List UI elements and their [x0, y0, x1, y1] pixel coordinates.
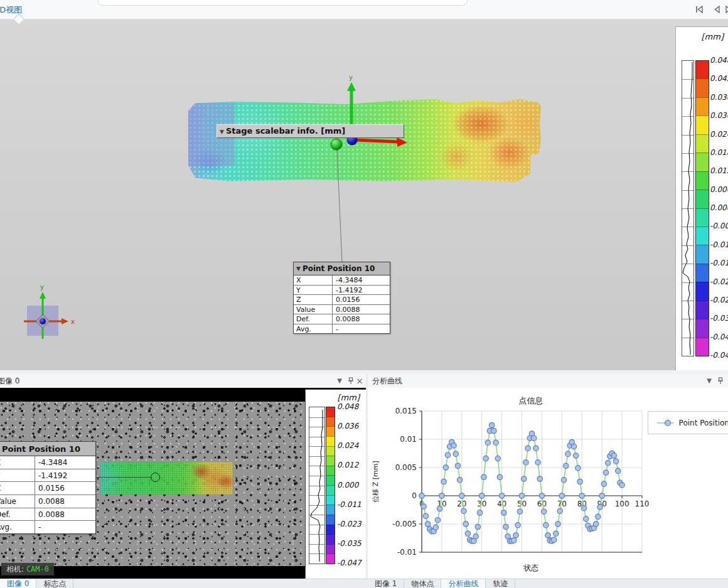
point-table-row-value: -4.3484 — [333, 275, 365, 285]
tab-物体点[interactable]: 物体点 — [404, 579, 441, 588]
colorbar-tick-labels: 0.0480.0420.0360.0300.0240.0180.0120.006… — [710, 60, 728, 355]
y-axis-arrowhead — [347, 82, 356, 91]
tab-图像 0[interactable]: 图像 0 — [0, 579, 36, 588]
svg-text:0: 0 — [412, 491, 417, 500]
colorbar-tick-label: 0.024 — [337, 441, 358, 450]
tab-标志点[interactable]: 标志点 — [36, 579, 73, 588]
colorbar-segment — [696, 338, 709, 356]
deviation-histogram — [682, 60, 694, 356]
chevron-down-icon[interactable]: ▼ — [335, 374, 345, 388]
legend-marker — [656, 419, 674, 427]
colorbar-segment — [326, 466, 335, 476]
point-table-row-label: Def. — [294, 314, 333, 324]
colorbar-segment — [326, 436, 335, 446]
colorbar-tick-label: -0.023 — [710, 277, 728, 286]
point-table-row-value: -1.4192 — [333, 286, 365, 295]
point-position-table-image[interactable]: ▼ Point Position 10 X-4.3484Y-1.4192Z0.0… — [0, 441, 96, 534]
svg-text:40: 40 — [497, 500, 506, 508]
next-stage-button[interactable] — [723, 4, 728, 14]
colorbar-segment — [696, 190, 709, 208]
chart-legend[interactable]: Point Position 10 — [648, 411, 728, 434]
deviation-histogram — [309, 407, 325, 564]
colorbar-panel-image[interactable]: [mm] 0.0480.0360.0240.0120.000-0.011-0.0… — [305, 389, 366, 579]
gizmo-plane — [27, 306, 58, 336]
colorbar-segment — [326, 495, 335, 505]
point-table-header: ▼ Point Position 10 — [0, 442, 95, 456]
curves-panel-header[interactable]: 分析曲线 ▼ — [368, 374, 728, 388]
point-table-row-value: 0.0088 — [333, 305, 363, 314]
colorbar-segment — [696, 245, 709, 263]
colorbar-segment — [326, 485, 335, 495]
3d-viewport[interactable]: y y x ▼Stage scalebar info. [mm] ▼ — [0, 19, 728, 370]
point-table-row-label: Avg. — [294, 324, 333, 334]
point-table-row-label: Value — [294, 305, 333, 314]
colorbar-segment — [326, 544, 335, 554]
gizmo-x-label: x — [71, 318, 75, 325]
measure-point-marker[interactable] — [151, 473, 160, 482]
previous-stage-button[interactable] — [712, 4, 723, 14]
specimen-heatmap-surface[interactable] — [188, 99, 541, 182]
colorbar-segment — [326, 426, 335, 436]
gizmo-y-arrowhead — [40, 292, 46, 299]
gizmo-y-label: y — [40, 284, 44, 291]
gizmo-center-diamond — [36, 314, 50, 328]
tab-图像 1[interactable]: 图像 1 — [368, 579, 404, 588]
point-table-row: X-4.3484 — [294, 275, 390, 285]
colorbar-gradient[interactable] — [695, 60, 709, 356]
colorbar-tick-label: -0.023 — [337, 520, 361, 528]
camera-name-badge: 相机: CAM-0 — [1, 563, 54, 575]
camera-label: 相机: — [6, 565, 24, 574]
chart-title: 点信息 — [368, 395, 694, 407]
colorbar-segment — [326, 515, 335, 525]
svg-text:-0.005: -0.005 — [392, 520, 417, 528]
tab-轨迹[interactable]: 轨迹 — [486, 579, 515, 588]
colorbar-segment — [326, 534, 335, 544]
svg-text:30: 30 — [477, 500, 486, 508]
colorbar-tick-label: -0.017 — [710, 259, 728, 267]
close-icon[interactable]: × — [355, 374, 365, 388]
colorbar-segment — [696, 115, 709, 134]
colorbar-tick-label: -0.029 — [710, 296, 728, 304]
pin-icon[interactable] — [715, 374, 725, 388]
stage-scalebar-info-label[interactable]: ▼Stage scalebar info. [mm] — [217, 124, 404, 138]
point-table-row: Value0.0088 — [0, 494, 95, 508]
point-table-row-label: Z — [0, 482, 35, 494]
point-table-row: Z0.0156 — [0, 481, 95, 494]
svg-text:50: 50 — [517, 500, 527, 508]
colorbar-tick-label: 0.012 — [710, 166, 728, 175]
colorbar-segment — [326, 553, 335, 564]
camera-image-viewport[interactable]: ▼ Point Position 10 X-4.3484Y-1.4192Z0.0… — [0, 388, 366, 579]
point-position-table-3d[interactable]: ▼ Point Position 10 X-4.3484Y-1.4192Z0.0… — [293, 262, 390, 334]
colorbar-panel-3d[interactable]: [mm] 0.0480.0420.0360.0300.0240.0180.012… — [675, 26, 728, 370]
colorbar-segment — [696, 171, 709, 190]
colorbar-segment — [696, 61, 709, 78]
colorbar-tick-label: 0.048 — [710, 56, 728, 65]
colorbar-segment — [326, 505, 335, 515]
colorbar-segment — [326, 456, 335, 466]
colorbar-tick-label: 0.000 — [337, 481, 358, 489]
point-table-row-value: 0.0088 — [35, 495, 68, 508]
curves-panel-title: 分析曲线 — [372, 377, 402, 385]
point-table-row-value: 0.0156 — [333, 295, 363, 304]
svg-text:0.005: 0.005 — [395, 463, 417, 472]
svg-text:20: 20 — [457, 500, 466, 508]
tab-分析曲线[interactable]: 分析曲线 — [441, 579, 486, 588]
point-table-row-value: 0.0156 — [35, 482, 68, 494]
go-first-stage-button[interactable] — [694, 4, 705, 14]
image-panel-header[interactable]: 图像 0 ▼ × — [0, 374, 366, 388]
svg-text:100: 100 — [615, 500, 629, 508]
point-table-row-value: -1.4192 — [35, 469, 70, 482]
histogram-curve — [311, 410, 323, 562]
svg-text:0.01: 0.01 — [400, 435, 417, 444]
point-table-row: Avg.- — [294, 324, 390, 334]
chevron-down-icon[interactable]: ▼ — [704, 374, 714, 388]
collapse-triangle-icon: ▼ — [296, 265, 301, 272]
colorbar-gradient[interactable] — [326, 407, 335, 564]
point-table-row-value: 0.0088 — [35, 508, 68, 521]
svg-text:0.015: 0.015 — [395, 407, 417, 415]
colorbar-tick-label: 0.000 — [710, 203, 728, 212]
point-table-row: Def.0.0088 — [0, 508, 95, 521]
colorbar-segment — [696, 152, 709, 171]
colorbar-tick-label: 0.036 — [710, 93, 728, 102]
colorbar-tick-label: -0.006 — [710, 222, 728, 230]
